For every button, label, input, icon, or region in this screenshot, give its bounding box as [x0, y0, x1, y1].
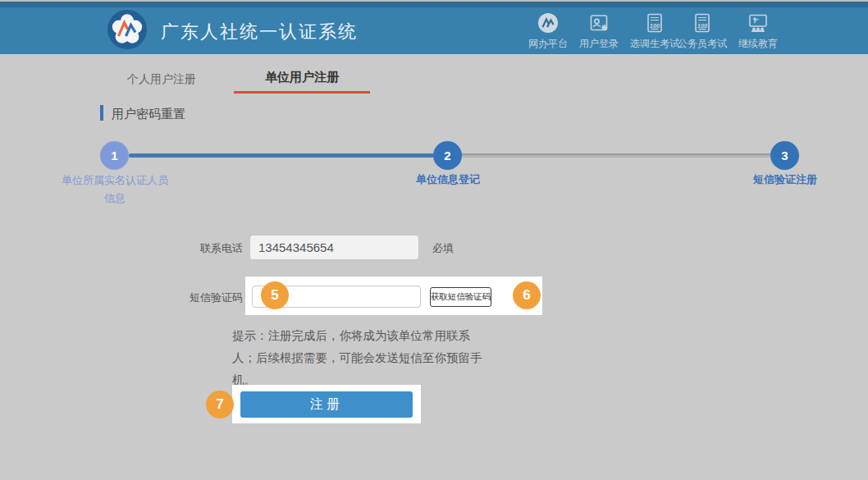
required-hint: 必填 — [432, 241, 454, 256]
get-sms-code-button[interactable]: 获取短信验证码 — [430, 287, 491, 307]
tip-line-2: 人；后续根据需要，可能会发送短信至你预留手 — [232, 347, 482, 369]
phone-input[interactable] — [249, 235, 419, 260]
annotation-badge-6: 6 — [513, 281, 541, 309]
sms-code-label: 短信验证码 — [156, 290, 243, 305]
nav-item-continuing-education[interactable]: 继续教育 — [723, 11, 793, 51]
header-bar: 广东人社统一认证系统 网办平台 — [0, 0, 868, 54]
annotation-badge-7: 7 — [206, 391, 234, 418]
progress-line-done — [129, 153, 434, 158]
step-1-label: 单位所属实名认证人员 — [25, 173, 205, 188]
progress-line-upcoming — [462, 153, 771, 158]
tab-company-register[interactable]: 单位用户注册 — [234, 70, 370, 94]
svg-text:100: 100 — [650, 22, 660, 30]
step-1-label-line2: 信息 — [25, 191, 205, 206]
section-title: 用户密码重置 — [112, 107, 185, 122]
section-title-bar — [100, 105, 103, 121]
tip-line-1: 提示：注册完成后，你将成为该单位常用联系 — [232, 325, 482, 347]
register-button[interactable]: 注册 — [240, 391, 413, 418]
step-circle-1: 1 — [100, 141, 129, 170]
nav-label: 继续教育 — [723, 37, 793, 51]
step-3-label: 短信验证注册 — [695, 172, 868, 187]
step-2-label: 单位信息登记 — [358, 172, 538, 187]
app-logo-icon — [107, 9, 148, 50]
presentation-icon — [723, 11, 793, 35]
phone-label: 联系电话 — [156, 241, 243, 256]
svg-text:100: 100 — [697, 22, 708, 30]
tab-personal-register[interactable]: 个人用户注册 — [127, 72, 196, 87]
annotation-badge-5: 5 — [261, 281, 289, 309]
app-title: 广东人社统一认证系统 — [161, 20, 358, 44]
step-circle-3: 3 — [770, 141, 799, 170]
step-circle-2: 2 — [433, 141, 462, 170]
page: 广东人社统一认证系统 网办平台 — [0, 0, 868, 480]
registration-tip: 提示：注册完成后，你将成为该单位常用联系 人；后续根据需要，可能会发送短信至你预… — [232, 325, 482, 391]
